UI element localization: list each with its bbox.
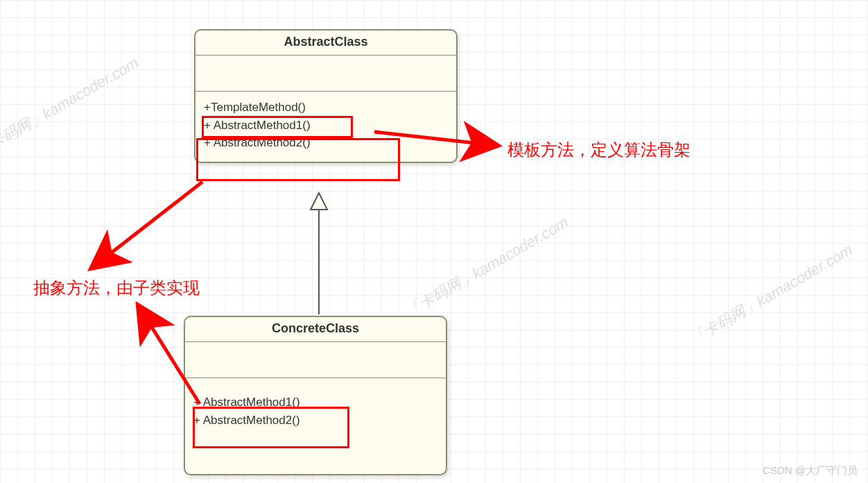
uml-concrete-class: ConcreteClass + AbstractMethod1() + Abst…: [184, 316, 447, 475]
concrete-class-title: ConcreteClass: [185, 317, 446, 342]
method-template: +TemplateMethod(): [204, 99, 448, 117]
watermark-text: 「卡码网」kamacoder.com: [686, 240, 856, 350]
highlight-concrete-methods: [193, 407, 349, 448]
inheritance-triangle-icon: [311, 193, 327, 210]
highlight-template-method: [202, 116, 353, 138]
annotation-template-method: 模板方法，定义算法骨架: [507, 139, 691, 161]
highlight-abstract-methods: [196, 138, 400, 181]
concrete-class-attributes: [185, 342, 446, 378]
annotation-abstract-method: 抽象方法，由子类实现: [33, 277, 200, 299]
watermark-text: 「卡码网」kamacoder.com: [402, 212, 572, 323]
arrow-abstract-to-annotation: [90, 182, 202, 269]
abstract-class-attributes: [196, 56, 456, 92]
abstract-class-title: AbstractClass: [196, 31, 456, 56]
footer-attribution: CSDN @大厂守门员: [763, 464, 858, 477]
watermark-text: 「卡码网」kamacoder.com: [0, 53, 142, 163]
